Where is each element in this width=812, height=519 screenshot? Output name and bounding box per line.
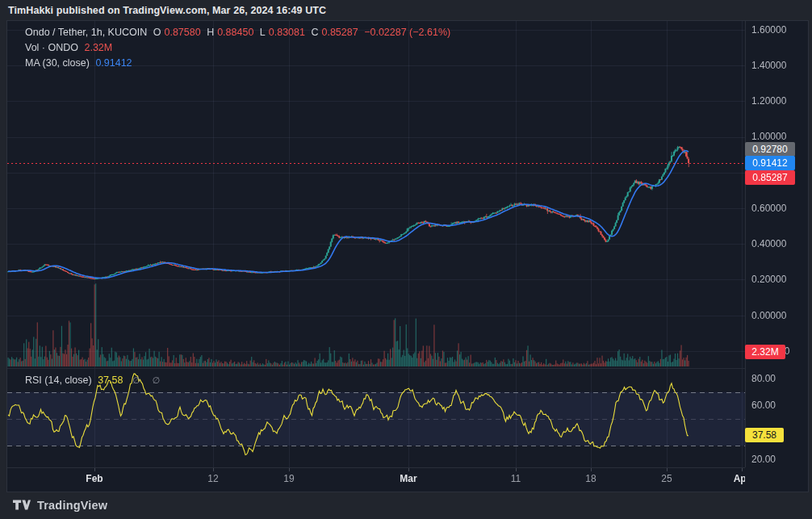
- chart-card: Ondo / Tether, 1h, KUCOIN O0.87580 H0.88…: [6, 20, 809, 492]
- axis-label: 1.00000: [751, 131, 786, 142]
- volume-row: Vol · ONDO 2.32M: [25, 40, 454, 56]
- time-tick: [408, 468, 409, 471]
- time-label-feb: Feb: [86, 473, 103, 484]
- symbol-title[interactable]: Ondo / Tether, 1h, KUCOIN: [25, 27, 147, 38]
- rsi-hidden-levels-icon: ∅ ∅: [132, 375, 165, 385]
- time-label-18: 18: [585, 473, 596, 484]
- publish-banner-text: TimHakki published on TradingView.com, M…: [8, 5, 326, 16]
- price-axis-separator: [745, 21, 746, 467]
- axis-label: 0.40000: [751, 238, 786, 249]
- rsi-value: 37.58: [98, 375, 123, 386]
- axis-label: 0.00000: [751, 310, 786, 321]
- footer: TradingView: [0, 491, 812, 519]
- axis-label: 60.00: [751, 400, 776, 411]
- time-label-12: 12: [207, 473, 218, 484]
- time-tick: [516, 468, 517, 471]
- chart-canvas[interactable]: [7, 21, 808, 492]
- symbol-row: Ondo / Tether, 1h, KUCOIN O0.87580 H0.88…: [25, 25, 454, 40]
- axis-label: 1.60000: [751, 24, 786, 36]
- tradingview-logo[interactable]: [13, 499, 31, 511]
- close-value: 0.85287: [321, 27, 358, 38]
- time-label-19: 19: [283, 473, 294, 484]
- time-label-mar: Mar: [400, 473, 416, 484]
- rsi-badge: 37.58: [745, 428, 784, 442]
- low-label: L: [260, 27, 266, 38]
- time-tick: [667, 468, 668, 471]
- footer-brand[interactable]: TradingView: [37, 499, 107, 512]
- low-value: 0.83081: [269, 27, 305, 38]
- screenshot-root: { "topbar": { "text": "TimHakki publishe…: [0, 0, 812, 519]
- last-price-badge: 0.85287: [745, 170, 795, 185]
- open-label: O: [153, 27, 161, 38]
- axis-label: 80.00: [751, 373, 776, 384]
- volume-badge: 2.32M: [745, 345, 785, 359]
- time-label-11: 11: [511, 473, 521, 484]
- time-label-25: 25: [661, 473, 672, 484]
- axis-label: 0.60000: [751, 203, 786, 214]
- rsi-label[interactable]: RSI (14, close): [25, 375, 92, 386]
- open-value: 0.87580: [164, 27, 200, 38]
- time-tick: [213, 468, 214, 471]
- axis-label: 0.20000: [751, 274, 786, 285]
- countdown-badge: 0.92780: [745, 142, 795, 157]
- main-legend: Ondo / Tether, 1h, KUCOIN O0.87580 H0.88…: [25, 25, 454, 71]
- ma-row: MA (30, close) 0.91412: [25, 56, 454, 71]
- change-value: −0.02287 (−2.61%): [364, 27, 450, 38]
- axis-label: 1.20000: [751, 95, 786, 107]
- ma-label[interactable]: MA (30, close): [25, 57, 90, 69]
- axis-label: 20.00: [751, 454, 776, 465]
- time-axis[interactable]: Feb1219Mar111825Apr: [7, 467, 745, 492]
- ma-value: 0.91412: [95, 57, 132, 69]
- time-tick: [591, 468, 592, 471]
- axis-label: 1.40000: [751, 60, 786, 71]
- rsi-legend: RSI (14, close) 37.58 ∅ ∅: [25, 373, 168, 388]
- volume-value: 2.32M: [84, 42, 112, 53]
- time-label-apr: Apr: [734, 473, 745, 484]
- time-tick: [94, 468, 95, 471]
- close-label: C: [311, 27, 318, 38]
- time-tick: [289, 468, 290, 471]
- time-tick: [742, 468, 743, 471]
- ma-value-badge: 0.91412: [745, 156, 795, 170]
- high-value: 0.88450: [217, 27, 253, 38]
- high-label: H: [207, 27, 214, 38]
- publish-banner: TimHakki published on TradingView.com, M…: [0, 0, 812, 20]
- volume-label[interactable]: Vol · ONDO: [25, 42, 78, 53]
